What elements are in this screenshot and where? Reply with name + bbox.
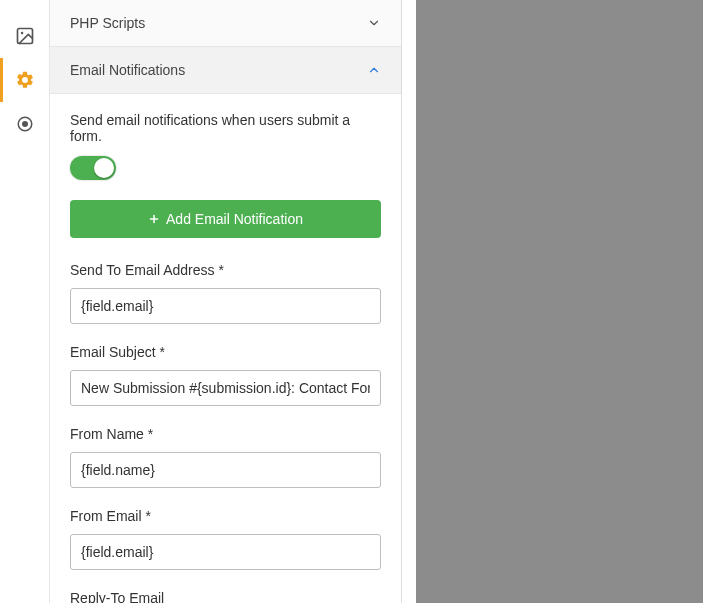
from-name-input[interactable] xyxy=(70,452,381,488)
rail-item-settings[interactable] xyxy=(0,58,50,102)
add-email-notification-button[interactable]: Add Email Notification xyxy=(70,200,381,238)
field-label: Email Subject * xyxy=(70,344,381,360)
accordion-php-scripts[interactable]: PHP Scripts xyxy=(50,0,401,47)
chevron-down-icon xyxy=(367,16,381,30)
field-send-to: Send To Email Address * xyxy=(70,262,381,324)
accordion-title: Email Notifications xyxy=(70,62,185,78)
canvas-area[interactable] xyxy=(416,0,703,603)
gear-icon xyxy=(15,70,35,90)
email-notifications-body: Send email notifications when users subm… xyxy=(50,94,401,603)
field-label: Send To Email Address * xyxy=(70,262,381,278)
notifications-toggle[interactable] xyxy=(70,156,116,180)
plus-icon xyxy=(148,213,160,225)
subject-input[interactable] xyxy=(70,370,381,406)
app-root: PHP Scripts Email Notifications Send ema… xyxy=(0,0,703,603)
svg-point-1 xyxy=(20,32,22,34)
field-label: From Name * xyxy=(70,426,381,442)
settings-panel: PHP Scripts Email Notifications Send ema… xyxy=(50,0,402,603)
send-to-input[interactable] xyxy=(70,288,381,324)
icon-rail xyxy=(0,0,50,603)
field-from-name: From Name * xyxy=(70,426,381,488)
field-subject: Email Subject * xyxy=(70,344,381,406)
field-label: Reply-To Email xyxy=(70,590,381,603)
rail-item-record[interactable] xyxy=(0,102,50,146)
toggle-knob xyxy=(94,158,114,178)
accordion-title: PHP Scripts xyxy=(70,15,145,31)
panel-divider xyxy=(402,0,416,603)
accordion-email-notifications[interactable]: Email Notifications xyxy=(50,47,401,94)
help-text: Send email notifications when users subm… xyxy=(70,112,381,144)
field-label: From Email * xyxy=(70,508,381,524)
rail-item-image[interactable] xyxy=(0,14,50,58)
field-reply-to: Reply-To Email xyxy=(70,590,381,603)
chevron-up-icon xyxy=(367,63,381,77)
field-from-email: From Email * xyxy=(70,508,381,570)
svg-point-3 xyxy=(22,121,28,127)
add-button-label: Add Email Notification xyxy=(166,211,303,227)
from-email-input[interactable] xyxy=(70,534,381,570)
circle-dot-icon xyxy=(16,115,34,133)
image-icon xyxy=(15,26,35,46)
